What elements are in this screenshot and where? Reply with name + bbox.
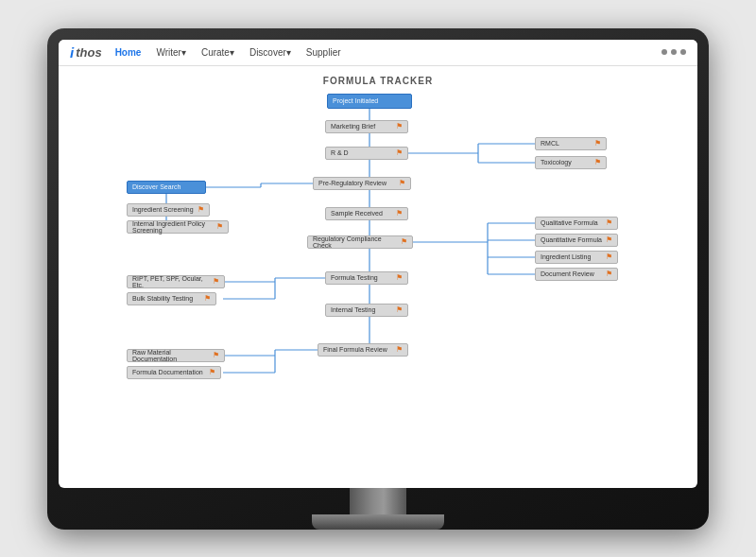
node-qualitative[interactable]: Qualitative Formula ⚑ xyxy=(535,217,618,230)
node-marketing-brief[interactable]: Marketing Brief ⚑ xyxy=(325,120,408,133)
nav-writer[interactable]: Writer▾ xyxy=(152,45,189,60)
node-rmcl[interactable]: RMCL ⚑ xyxy=(535,137,607,150)
flag-icon: ⚑ xyxy=(594,139,601,148)
monitor-outer: ithos Home Writer▾ Curate▾ Discover▾ Sup… xyxy=(47,28,709,530)
monitor-container: ithos Home Writer▾ Curate▾ Discover▾ Sup… xyxy=(47,28,709,530)
node-internal-policy[interactable]: Internal Ingredient Policy Screening ⚑ xyxy=(127,220,229,234)
node-ript[interactable]: RIPT, PET, SPF, Ocular, Etc. ⚑ xyxy=(127,275,225,288)
node-label: RIPT, PET, SPF, Ocular, Etc. xyxy=(132,275,210,288)
nav-discover[interactable]: Discover▾ xyxy=(246,45,295,60)
flag-icon: ⚑ xyxy=(396,148,403,157)
flag-icon: ⚑ xyxy=(606,235,612,244)
nav-supplier[interactable]: Supplier xyxy=(302,45,345,60)
node-label: Document Review xyxy=(541,270,594,277)
flag-icon: ⚑ xyxy=(396,209,403,218)
flag-icon: ⚑ xyxy=(396,345,403,354)
logo-thos: thos xyxy=(76,45,101,60)
flag-icon: ⚑ xyxy=(396,305,403,314)
node-formula-testing[interactable]: Formula Testing ⚑ xyxy=(325,271,408,285)
node-label: Qualitative Formula xyxy=(541,219,598,226)
node-toxicology[interactable]: Toxicology ⚑ xyxy=(535,156,607,169)
node-label: Raw Material Documentation xyxy=(132,349,210,362)
node-label: Internal Testing xyxy=(331,306,375,313)
flag-icon: ⚑ xyxy=(209,368,215,376)
node-bulk-stability[interactable]: Bulk Stability Testing ⚑ xyxy=(127,292,216,305)
node-quantitative[interactable]: Quantitative Formula ⚑ xyxy=(535,234,618,247)
node-raw-material-doc[interactable]: Raw Material Documentation ⚑ xyxy=(127,349,225,362)
node-label: Sample Received xyxy=(331,210,383,217)
navbar: ithos Home Writer▾ Curate▾ Discover▾ Sup… xyxy=(59,40,697,66)
node-label: Bulk Stability Testing xyxy=(132,295,193,302)
node-label: Ingredient Screening xyxy=(132,206,194,213)
node-label: Formula Testing xyxy=(331,274,378,281)
node-label: Marketing Brief xyxy=(331,123,375,130)
content: FORMULA TRACKER xyxy=(59,66,697,488)
nav-curate[interactable]: Curate▾ xyxy=(198,45,238,60)
flag-icon: ⚑ xyxy=(396,273,403,282)
node-label: Toxicology xyxy=(541,159,572,165)
node-discover-search[interactable]: Discover Search xyxy=(127,181,206,194)
node-label: Project Initiated xyxy=(333,97,378,104)
node-doc-review[interactable]: Document Review ⚑ xyxy=(535,268,618,281)
node-ingredient-listing[interactable]: Ingredient Listing ⚑ xyxy=(535,251,618,264)
flag-icon: ⚑ xyxy=(606,270,612,278)
node-sample-received[interactable]: Sample Received ⚑ xyxy=(325,207,408,220)
monitor-stand-neck xyxy=(350,488,406,514)
flag-icon: ⚑ xyxy=(594,158,601,166)
monitor-stand-base xyxy=(312,514,444,530)
logo: ithos xyxy=(70,44,102,61)
flag-icon: ⚑ xyxy=(198,205,204,214)
node-label: Ingredient Listing xyxy=(541,253,591,260)
node-label: Final Formula Review xyxy=(323,346,387,353)
node-project-initiated[interactable]: Project Initiated xyxy=(327,94,412,109)
nav-dots xyxy=(662,49,686,55)
flag-icon: ⚑ xyxy=(401,237,407,246)
node-final-formula[interactable]: Final Formula Review ⚑ xyxy=(318,343,408,357)
flag-icon: ⚑ xyxy=(204,294,211,303)
node-label: Regulatory Compliance Check xyxy=(313,235,398,249)
node-reg-compliance[interactable]: Regulatory Compliance Check ⚑ xyxy=(307,235,413,249)
node-label: RMCL xyxy=(541,140,559,147)
nav-dot-3 xyxy=(680,49,686,55)
page-title: FORMULA TRACKER xyxy=(72,76,684,86)
node-pre-reg[interactable]: Pre-Regulatory Review ⚑ xyxy=(313,177,411,190)
flag-icon: ⚑ xyxy=(396,122,403,131)
flag-icon: ⚑ xyxy=(213,351,219,359)
node-label: R & D xyxy=(331,149,349,156)
node-label: Formula Documentation xyxy=(132,369,203,375)
nav-home[interactable]: Home xyxy=(112,45,146,60)
node-label: Internal Ingredient Policy Screening xyxy=(132,220,214,234)
nav-dot-1 xyxy=(662,49,667,55)
node-label: Pre-Regulatory Review xyxy=(318,180,387,186)
node-formula-doc[interactable]: Formula Documentation ⚑ xyxy=(127,366,221,379)
node-label: Quantitative Formula xyxy=(541,236,602,243)
node-ingredient-screening[interactable]: Ingredient Screening ⚑ xyxy=(127,203,210,217)
node-r-and-d[interactable]: R & D ⚑ xyxy=(325,147,408,160)
flag-icon: ⚑ xyxy=(606,218,612,227)
node-label: Discover Search xyxy=(132,183,180,190)
monitor-screen: ithos Home Writer▾ Curate▾ Discover▾ Sup… xyxy=(59,40,697,488)
nav-links: Home Writer▾ Curate▾ Discover▾ Supplier xyxy=(112,45,345,60)
logo-i: i xyxy=(70,44,74,61)
node-internal-testing[interactable]: Internal Testing ⚑ xyxy=(325,304,408,317)
flag-icon: ⚑ xyxy=(606,252,612,261)
flag-icon: ⚑ xyxy=(216,222,223,231)
flag-icon: ⚑ xyxy=(399,179,405,187)
flow-area: Project Initiated Marketing Brief ⚑ R & … xyxy=(72,94,684,462)
flag-icon: ⚑ xyxy=(213,277,219,286)
nav-dot-2 xyxy=(671,49,677,55)
